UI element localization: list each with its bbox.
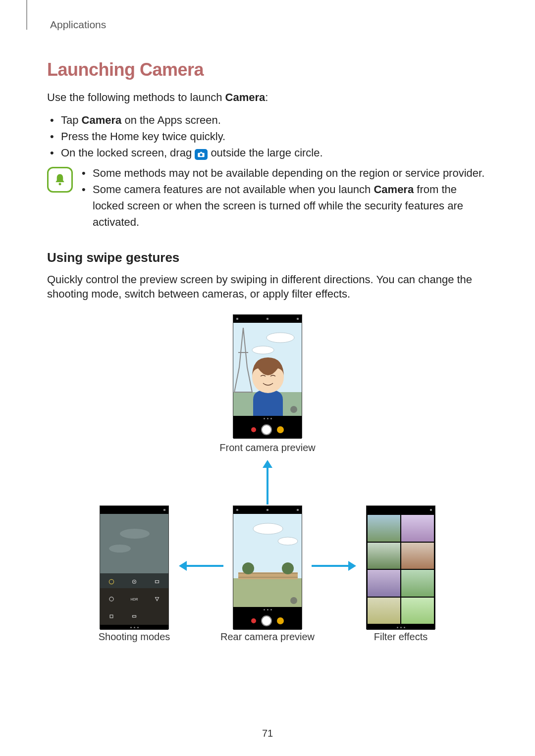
intro-suffix: : bbox=[265, 91, 268, 103]
svg-point-32 bbox=[134, 581, 135, 582]
modes-overlay: HDR bbox=[100, 573, 168, 625]
camera-icon bbox=[195, 149, 208, 160]
bell-icon bbox=[47, 167, 73, 193]
b1-prefix: Tap bbox=[61, 114, 82, 126]
swipe-diagram: Front camera preview bbox=[47, 314, 488, 641]
svg-marker-25 bbox=[348, 561, 356, 571]
filter-grid bbox=[367, 514, 435, 625]
arrow-up-icon bbox=[261, 460, 274, 504]
shutter-icon bbox=[261, 424, 272, 435]
shooting-modes-figure: HDR bbox=[100, 505, 169, 629]
gallery-icon bbox=[277, 617, 284, 624]
b3-suffix: outside the large circle. bbox=[208, 147, 322, 159]
svg-point-14 bbox=[253, 523, 283, 534]
phone-indicator-dots bbox=[233, 416, 302, 421]
svg-point-7 bbox=[252, 346, 274, 354]
phone-status-bar bbox=[100, 506, 168, 514]
svg-point-34 bbox=[109, 597, 113, 601]
svg-point-15 bbox=[278, 537, 298, 545]
phone-indicator-dots bbox=[233, 607, 302, 612]
phone-status-bar bbox=[233, 506, 302, 514]
gallery-icon bbox=[277, 426, 284, 433]
breadcrumb: Applications bbox=[50, 19, 488, 31]
intro-text: Use the following methods to launch Came… bbox=[47, 90, 488, 105]
phone-status-bar bbox=[233, 315, 302, 323]
shutter-icon bbox=[261, 615, 272, 626]
list-item: Some methods may not be available depend… bbox=[93, 165, 488, 181]
svg-point-6 bbox=[267, 333, 294, 343]
phone-screen bbox=[233, 323, 302, 416]
phone-camera-controls bbox=[233, 421, 302, 439]
n2-prefix: Some camera features are not available w… bbox=[93, 183, 374, 196]
record-icon bbox=[251, 427, 256, 432]
svg-point-2 bbox=[59, 183, 61, 185]
page-number: 71 bbox=[0, 728, 535, 739]
svg-point-27 bbox=[120, 529, 150, 539]
filters-caption: Filter effects bbox=[346, 631, 455, 643]
svg-point-20 bbox=[282, 562, 294, 574]
svg-point-9 bbox=[290, 406, 297, 413]
b1-bold: Camera bbox=[82, 114, 122, 126]
phone-indicator-dots bbox=[367, 625, 435, 630]
list-item: Some camera features are not available w… bbox=[93, 181, 488, 230]
filter-effects-figure bbox=[366, 505, 435, 629]
modes-caption: Shooting modes bbox=[80, 631, 189, 643]
rear-caption: Rear camera preview bbox=[213, 631, 322, 643]
arrow-left-icon bbox=[179, 559, 223, 572]
notes-list: Some methods may not be available depend… bbox=[82, 165, 488, 230]
rear-camera-preview-figure bbox=[233, 505, 302, 629]
phone-status-bar bbox=[367, 506, 435, 514]
note-block: Some methods may not be available depend… bbox=[47, 165, 488, 230]
b1-suffix: on the Apps screen. bbox=[121, 114, 221, 126]
list-item: Press the Home key twice quickly. bbox=[61, 128, 488, 145]
svg-marker-11 bbox=[263, 460, 272, 468]
phone-screen: HDR bbox=[100, 514, 168, 625]
front-caption: Front camera preview bbox=[213, 442, 322, 454]
svg-point-21 bbox=[290, 597, 297, 604]
phone-camera-controls bbox=[233, 612, 302, 630]
svg-rect-36 bbox=[133, 615, 136, 617]
svg-point-19 bbox=[242, 562, 254, 574]
margin-rule bbox=[26, 0, 27, 30]
svg-point-1 bbox=[200, 153, 203, 156]
list-item: On the locked screen, drag outside the l… bbox=[61, 145, 488, 161]
subsection-heading: Using swipe gestures bbox=[47, 250, 488, 265]
phone-screen bbox=[367, 514, 435, 625]
launch-methods-list: Tap Camera on the Apps screen. Press the… bbox=[47, 112, 488, 161]
phone-screen bbox=[233, 514, 302, 607]
arrow-right-icon bbox=[312, 559, 356, 572]
list-item: Tap Camera on the Apps screen. bbox=[61, 112, 488, 128]
svg-point-28 bbox=[109, 545, 131, 553]
svg-rect-35 bbox=[110, 615, 113, 618]
b3-prefix: On the locked screen, drag bbox=[61, 147, 195, 159]
n2-bold: Camera bbox=[374, 183, 414, 196]
svg-point-30 bbox=[109, 580, 113, 584]
intro-prefix: Use the following methods to launch bbox=[47, 91, 225, 103]
record-icon bbox=[251, 618, 256, 623]
svg-rect-33 bbox=[156, 581, 159, 583]
front-camera-preview-figure bbox=[233, 314, 302, 438]
phone-indicator-dots bbox=[100, 625, 168, 630]
subsection-paragraph: Quickly control the preview screen by sw… bbox=[47, 272, 488, 302]
intro-bold: Camera bbox=[225, 91, 266, 103]
svg-marker-23 bbox=[179, 561, 187, 571]
section-heading: Launching Camera bbox=[47, 59, 488, 80]
